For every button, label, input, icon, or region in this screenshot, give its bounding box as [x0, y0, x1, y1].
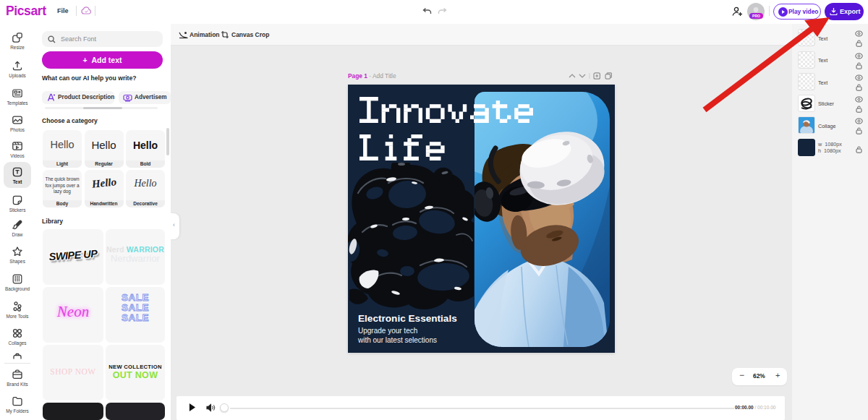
svg-text:Electronic Essentials: Electronic Essentials — [358, 313, 457, 324]
svg-text:Upgrade your tech: Upgrade your tech — [358, 327, 417, 335]
svg-text:with our latest selections: with our latest selections — [357, 336, 437, 344]
